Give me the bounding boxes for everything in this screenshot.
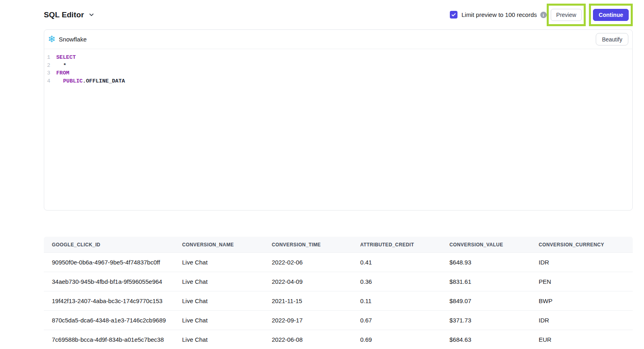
column-header-conversion-time: CONVERSION_TIME xyxy=(264,237,352,253)
cell-conversion-currency: BWP xyxy=(531,291,633,311)
preview-button-annotation: Preview xyxy=(547,4,586,26)
cell-conversion-time: 2021-11-15 xyxy=(264,291,352,311)
cell-google-click-id: 34aeb730-945b-4fbd-bf1a-9f596055e964 xyxy=(44,272,174,291)
column-header-conversion-name: CONVERSION_NAME xyxy=(174,237,264,253)
cell-conversion-time: 2022-04-09 xyxy=(264,272,352,291)
cell-conversion-value: $849.07 xyxy=(441,291,531,311)
sql-editor-title-dropdown[interactable]: SQL Editor xyxy=(44,10,94,19)
main-content: SQL Editor Limit preview to 100 records … xyxy=(44,0,633,349)
info-icon[interactable]: i xyxy=(540,12,547,18)
sql-keyword: FROM xyxy=(56,70,69,76)
preview-button[interactable]: Preview xyxy=(551,9,582,21)
cell-conversion-value: $684.63 xyxy=(441,330,531,349)
cell-attributed-credit: 0.41 xyxy=(352,253,441,272)
cell-attributed-credit: 0.69 xyxy=(352,330,441,349)
limit-preview-label[interactable]: Limit preview to 100 records xyxy=(461,11,537,18)
column-header-attributed-credit: ATTRIBUTED_CREDIT xyxy=(352,237,441,253)
limit-preview-checkbox[interactable] xyxy=(450,11,457,19)
cell-conversion-value: $648.93 xyxy=(441,253,531,272)
table-row: 7c69588b-bcca-4d9f-834b-a01e5c7bec38 Liv… xyxy=(44,330,633,349)
code-line-2: 2 * xyxy=(44,62,632,70)
continue-button-annotation: Continue xyxy=(589,4,633,26)
sql-code-editor[interactable]: 1 SELECT 2 * 3 FROM 4 PUBLIC.OFFLINE_DAT… xyxy=(44,49,632,210)
source-label: ❄ Snowflake xyxy=(48,35,87,44)
cell-attributed-credit: 0.67 xyxy=(352,311,441,330)
cell-conversion-value: $371.73 xyxy=(441,311,531,330)
line-number: 1 xyxy=(44,54,56,62)
cell-conversion-value: $831.61 xyxy=(441,272,531,291)
cell-conversion-currency: IDR xyxy=(531,253,633,272)
sql-editor-panel: ❄ Snowflake Beautify 1 SELECT 2 * 3 FROM… xyxy=(44,29,633,211)
cell-conversion-name: Live Chat xyxy=(174,253,264,272)
topbar-actions: Limit preview to 100 records i Preview C… xyxy=(450,4,633,26)
page-title: SQL Editor xyxy=(44,10,84,19)
line-number: 3 xyxy=(44,69,56,77)
cell-conversion-time: 2022-09-17 xyxy=(264,311,352,330)
table-row: 19f42f13-2407-4aba-bc3c-174c9770c153 Liv… xyxy=(44,291,633,311)
line-number: 2 xyxy=(44,62,56,70)
cell-google-click-id: 19f42f13-2407-4aba-bc3c-174c9770c153 xyxy=(44,291,174,311)
sql-text: .OFFLINE_DATA xyxy=(83,78,125,84)
code-line-3: 3 FROM xyxy=(44,69,632,77)
cell-google-click-id: 90950f0e-0b6a-4967-9be5-4f74837bc0ff xyxy=(44,253,174,272)
cell-attributed-credit: 0.11 xyxy=(352,291,441,311)
cell-attributed-credit: 0.36 xyxy=(352,272,441,291)
code-line-4: 4 PUBLIC.OFFLINE_DATA xyxy=(44,77,632,85)
column-header-conversion-value: CONVERSION_VALUE xyxy=(441,237,531,253)
table-row: 90950f0e-0b6a-4967-9be5-4f74837bc0ff Liv… xyxy=(44,253,633,272)
topbar: SQL Editor Limit preview to 100 records … xyxy=(44,0,633,29)
snowflake-icon: ❄ xyxy=(48,35,55,44)
source-name: Snowflake xyxy=(59,36,86,43)
cell-conversion-name: Live Chat xyxy=(174,272,264,291)
cell-conversion-time: 2022-02-06 xyxy=(264,253,352,272)
chevron-down-icon[interactable] xyxy=(88,12,94,18)
sql-text: * xyxy=(56,62,66,70)
cell-conversion-name: Live Chat xyxy=(174,291,264,311)
line-number: 4 xyxy=(44,77,56,85)
table-row: 34aeb730-945b-4fbd-bf1a-9f596055e964 Liv… xyxy=(44,272,633,291)
sql-keyword: PUBLIC xyxy=(56,78,83,84)
cell-conversion-time: 2022-06-08 xyxy=(264,330,352,349)
editor-header: ❄ Snowflake Beautify xyxy=(44,30,632,49)
cell-conversion-currency: PEN xyxy=(531,272,633,291)
cell-google-click-id: 7c69588b-bcca-4d9f-834b-a01e5c7bec38 xyxy=(44,330,174,349)
cell-google-click-id: 870c5da5-dca6-4348-a1e3-7146c2cb9689 xyxy=(44,311,174,330)
sql-keyword: SELECT xyxy=(56,54,76,60)
cell-conversion-currency: EUR xyxy=(531,330,633,349)
cell-conversion-name: Live Chat xyxy=(174,330,264,349)
table-row: 870c5da5-dca6-4348-a1e3-7146c2cb9689 Liv… xyxy=(44,311,633,330)
cell-conversion-currency: IDR xyxy=(531,311,633,330)
column-header-conversion-currency: CONVERSION_CURRENCY xyxy=(531,237,633,253)
code-line-1: 1 SELECT xyxy=(44,54,632,62)
beautify-button[interactable]: Beautify xyxy=(596,33,628,45)
cell-conversion-name: Live Chat xyxy=(174,311,264,330)
column-header-google-click-id: GOOGLE_CLICK_ID xyxy=(44,237,174,253)
continue-button[interactable]: Continue xyxy=(593,9,629,21)
preview-results-table: GOOGLE_CLICK_ID CONVERSION_NAME CONVERSI… xyxy=(44,237,633,349)
table-header-row: GOOGLE_CLICK_ID CONVERSION_NAME CONVERSI… xyxy=(44,237,633,253)
